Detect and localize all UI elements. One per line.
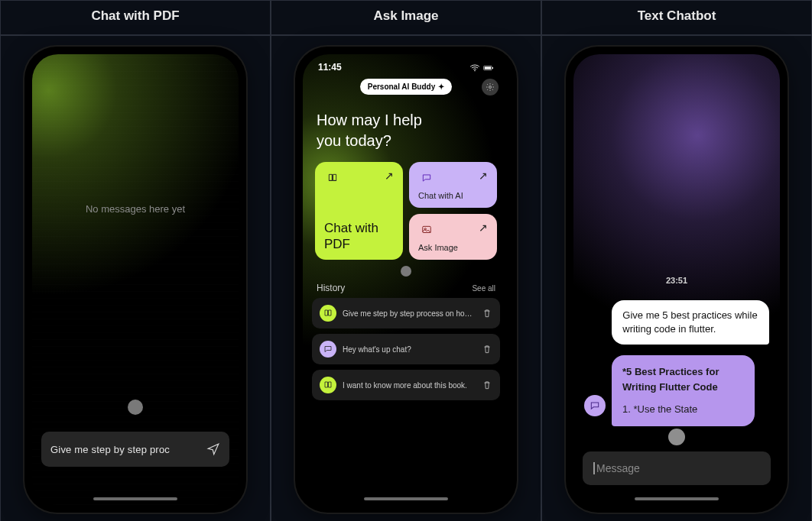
chat-icon — [418, 170, 435, 186]
user-message: Give me 5 best practices while writing c… — [612, 300, 769, 345]
see-all-link[interactable]: See all — [472, 284, 495, 293]
sparkle-icon: ✦ — [438, 83, 444, 91]
history-label: History — [317, 283, 345, 293]
column-cell-chat-pdf: No messages here yet Give me step by ste… — [0, 35, 271, 521]
headline-line2: you today? — [317, 131, 495, 151]
bot-message-row: *5 Best Practices for Writing Flutter Co… — [584, 355, 755, 426]
book-icon — [324, 170, 341, 186]
card-label: Ask Image — [418, 243, 488, 252]
phone-frame: 11:45 Personal AI Buddy ✦ — [295, 47, 517, 513]
home-indicator — [93, 497, 177, 500]
svg-point-4 — [489, 86, 492, 88]
brand-pill-label: Personal AI Buddy — [368, 83, 436, 91]
phone-screen-chat-pdf: No messages here yet Give me step by ste… — [32, 54, 239, 505]
arrow-icon: ↗ — [385, 170, 394, 182]
status-bar: 11:45 — [303, 54, 509, 74]
feature-cards: ↗ Chat with PDF ↗ Chat with AI — [303, 162, 509, 260]
book-icon — [320, 305, 336, 322]
app-header: Personal AI Buddy ✦ — [303, 79, 509, 95]
home-indicator — [364, 497, 448, 500]
column-cell-text-chatbot: 23:51 Give me 5 best practices while wri… — [541, 35, 812, 521]
loading-dot — [401, 266, 411, 277]
svg-point-0 — [474, 70, 476, 72]
card-chat-pdf[interactable]: ↗ Chat with PDF — [315, 162, 403, 260]
home-indicator — [635, 497, 719, 500]
history-item-text: I want to know more about this book. — [343, 381, 476, 390]
bot-message: *5 Best Practices for Writing Flutter Co… — [612, 355, 755, 426]
history-list: Give me step by step process on how t… H… — [303, 298, 509, 400]
history-item-text: Give me step by step process on how t… — [343, 309, 476, 318]
loading-indicator — [668, 429, 685, 445]
history-item[interactable]: I want to know more about this book. — [312, 370, 500, 400]
empty-state-text: No messages here yet — [32, 203, 239, 215]
chat-icon — [320, 341, 336, 358]
message-input-bar[interactable]: Message — [583, 451, 771, 485]
brand-pill[interactable]: Personal AI Buddy ✦ — [360, 79, 453, 95]
column-cell-ask-image: 11:45 Personal AI Buddy ✦ — [271, 35, 541, 521]
column-header-chat-pdf: Chat with PDF — [0, 0, 271, 35]
headline: How may I help you today? — [303, 95, 509, 162]
delete-button[interactable] — [482, 308, 492, 319]
phone-screen-home: 11:45 Personal AI Buddy ✦ — [303, 54, 509, 505]
message-input-placeholder[interactable]: Message — [593, 462, 640, 474]
arrow-icon: ↗ — [479, 170, 488, 182]
card-chat-ai[interactable]: ↗ Chat with AI — [409, 162, 497, 208]
feature-table: Chat with PDF Ask Image Text Chatbot No … — [0, 0, 812, 521]
book-icon — [320, 377, 336, 393]
card-label: Chat with AI — [418, 191, 488, 200]
history-header: History See all — [303, 280, 509, 298]
bot-message-line: 1. *Use the State — [622, 402, 744, 417]
column-header-text-chatbot: Text Chatbot — [541, 0, 812, 35]
chat-thread: Give me 5 best practices while writing c… — [584, 300, 769, 426]
svg-rect-3 — [492, 67, 493, 69]
history-item[interactable]: Hey what's up chat? — [312, 334, 500, 364]
phone-frame: 23:51 Give me 5 best practices while wri… — [566, 47, 788, 513]
status-time: 11:45 — [318, 62, 342, 73]
timestamp: 23:51 — [573, 276, 780, 285]
battery-icon — [483, 63, 494, 71]
card-ask-image[interactable]: ↗ Ask Image — [409, 214, 497, 260]
history-item[interactable]: Give me step by step process on how t… — [312, 298, 500, 328]
image-icon — [418, 222, 435, 238]
column-header-ask-image: Ask Image — [271, 0, 541, 35]
arrow-icon: ↗ — [479, 222, 488, 234]
headline-line1: How may I help — [317, 110, 495, 131]
history-item-text: Hey what's up chat? — [343, 345, 476, 354]
loading-indicator — [128, 400, 143, 415]
settings-button[interactable] — [482, 79, 499, 95]
delete-button[interactable] — [482, 344, 492, 354]
wifi-icon — [469, 63, 480, 71]
svg-rect-2 — [485, 66, 492, 69]
send-icon[interactable] — [206, 442, 220, 456]
bot-avatar-icon — [584, 395, 606, 416]
message-input-bar[interactable]: Give me step by step proc — [41, 432, 229, 467]
bot-message-title: *5 Best Practices for Writing Flutter Co… — [622, 364, 744, 394]
delete-button[interactable] — [482, 380, 492, 390]
message-input-value[interactable]: Give me step by step proc — [50, 444, 170, 455]
phone-screen-chatbot: 23:51 Give me 5 best practices while wri… — [573, 54, 780, 505]
phone-frame: No messages here yet Give me step by ste… — [24, 47, 246, 513]
card-label: Chat with PDF — [324, 220, 394, 253]
